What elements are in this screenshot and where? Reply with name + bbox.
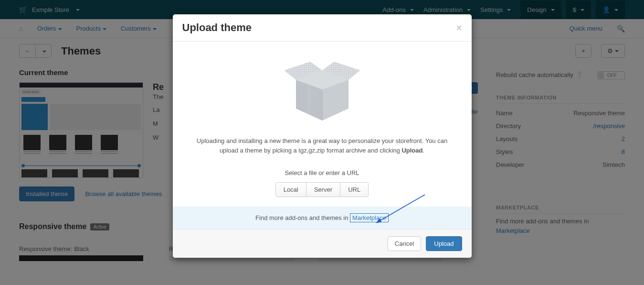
file-server-button[interactable]: Server	[306, 183, 340, 197]
modal-title: Upload theme	[182, 22, 252, 34]
open-box-icon	[282, 56, 363, 123]
upload-theme-modal: Upload theme × Uploading and installing …	[173, 14, 472, 258]
cancel-button[interactable]: Cancel	[388, 236, 421, 251]
file-url-button[interactable]: URL	[340, 183, 368, 197]
upload-button[interactable]: Upload	[426, 236, 462, 251]
modal-marketplace-strip: Find more add-ons and themes in Marketpl…	[173, 207, 472, 229]
file-local-button[interactable]: Local	[276, 183, 306, 197]
file-source-buttons: Local Server URL	[275, 182, 369, 197]
modal-select-label: Select a file or enter a URL	[187, 169, 457, 176]
modal-marketplace-link[interactable]: Marketplace	[350, 213, 389, 222]
modal-description: Uploading and installing a new theme is …	[187, 136, 457, 155]
modal-close-icon[interactable]: ×	[456, 22, 462, 33]
